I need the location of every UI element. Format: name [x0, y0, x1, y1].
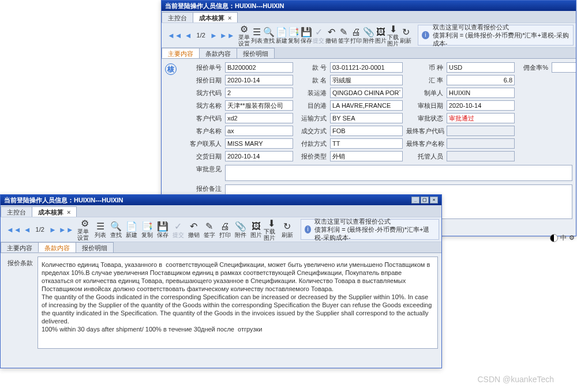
tab-cost-b[interactable]: 成本核算× [32, 206, 77, 217]
terms-pane: 报价条款 Количество единиц Товара, указанног… [1, 253, 441, 368]
tb-submit[interactable]: ✓提交 [313, 24, 325, 46]
close-icon[interactable]: × [228, 14, 231, 22]
nav-first[interactable]: ◄◄ [167, 31, 182, 40]
tb-menuset[interactable]: ⚙菜单设置 [238, 24, 251, 46]
maker[interactable] [447, 88, 515, 98]
download-icon: ⬇ [267, 218, 277, 228]
system-tray: 中 ⚙ [550, 233, 575, 242]
dest-port[interactable] [330, 100, 403, 111]
refresh-icon: ↻ [282, 221, 293, 232]
style-no[interactable] [330, 62, 403, 73]
tab-console[interactable]: 主控台 [162, 12, 193, 22]
tb-save[interactable]: 💾保存 [300, 24, 313, 46]
tb-refresh[interactable]: ↻刷新 [399, 24, 412, 46]
nav-last-b[interactable]: ►► [59, 225, 74, 234]
quote-no[interactable] [225, 62, 293, 73]
nav-next[interactable]: ► [210, 31, 218, 40]
gear-icon: ⚙ [80, 218, 90, 228]
final-cust-name[interactable] [447, 138, 515, 149]
subtabs-b: 主要内容 条款内容 报价明细 [1, 242, 441, 253]
terms-label: 报价条款 [4, 257, 33, 267]
tb-list-b[interactable]: ☰列表 [92, 218, 108, 240]
our-name[interactable] [225, 100, 293, 111]
quote-date[interactable] [225, 75, 293, 85]
tb-search-b[interactable]: 🔍查找 [108, 218, 123, 240]
tb-menuset-b[interactable]: ⚙菜单设置 [77, 218, 93, 240]
nav-prev[interactable]: ◄ [185, 31, 192, 40]
nav-first-b[interactable]: ◄◄ [6, 225, 21, 234]
tb-save-b[interactable]: 💾保存 [155, 218, 170, 240]
tb-download[interactable]: ⬇下载图片 [387, 24, 400, 46]
our-code[interactable] [225, 88, 293, 98]
formula-hint-b[interactable]: i 双击这里可以查看报价公式 债算利润 = (最终报价-外币费用)*汇率+退税-… [301, 219, 439, 240]
tb-sign-b[interactable]: ✎签字 [201, 218, 217, 240]
min-button[interactable]: _ [411, 197, 419, 203]
tb-search[interactable]: 🔍查找 [263, 24, 276, 46]
tray-lang[interactable]: 中 [560, 233, 567, 242]
tb-print-b[interactable]: 🖨打印 [217, 218, 233, 240]
tb-copy-b[interactable]: 📑复制 [139, 218, 155, 240]
terms-text[interactable]: Количество единиц Товара, указанного в с… [38, 257, 438, 349]
transport[interactable] [330, 113, 403, 123]
sign-icon: ✎ [339, 27, 349, 37]
copy-icon: 📑 [142, 221, 152, 232]
info-icon: i [305, 225, 311, 233]
max-button[interactable]: ▢ [421, 197, 429, 203]
nav-prev-b[interactable]: ◄ [24, 225, 31, 234]
pay-type[interactable] [330, 138, 403, 149]
cust-code[interactable] [225, 113, 293, 123]
image-icon: 🖼 [376, 27, 386, 37]
deal-type[interactable] [330, 126, 403, 136]
commission[interactable] [552, 62, 576, 73]
tb-submit-b[interactable]: ✓提交 [170, 218, 186, 240]
download-icon: ⬇ [388, 24, 399, 34]
deliver-date[interactable] [225, 151, 293, 161]
refresh-icon: ↻ [400, 27, 411, 37]
tb-print[interactable]: 🖨打印 [350, 24, 362, 46]
approve-badge: 核 [165, 63, 177, 75]
tb-image[interactable]: 🖼图片 [374, 24, 387, 46]
tab-console-b[interactable]: 主控台 [1, 206, 32, 217]
rate[interactable] [447, 75, 515, 85]
tab-cost[interactable]: 成本核算× [193, 12, 238, 22]
tb-copy[interactable]: 📑复制 [288, 24, 301, 46]
tb-attach-b[interactable]: 📎附件 [233, 218, 248, 240]
nav-page-b: 1/2 [36, 226, 44, 233]
subtab-terms[interactable]: 条款内容 [199, 48, 237, 58]
subtab-main[interactable]: 主要内容 [162, 48, 200, 58]
cust-name[interactable] [225, 126, 293, 136]
tb-new[interactable]: 📄新建 [275, 24, 288, 46]
tb-new-b[interactable]: 📄新建 [123, 218, 139, 240]
audit-opinion[interactable] [225, 165, 572, 181]
audit-status[interactable] [447, 113, 515, 123]
nav-next-b[interactable]: ► [49, 225, 57, 234]
host-person[interactable] [447, 151, 515, 161]
formula-hint[interactable]: i 双击这里可以查看报价公式 债算利润 = (最终报价-外币费用)*汇率+退税-… [418, 25, 574, 46]
list-icon: ☰ [252, 27, 262, 37]
tb-refresh-b[interactable]: ↻刷新 [279, 218, 295, 240]
subtab-detail[interactable]: 报价明细 [237, 48, 275, 58]
load-port[interactable] [330, 88, 403, 98]
close-icon[interactable]: × [67, 208, 70, 216]
tb-image-b[interactable]: 🖼图片 [248, 218, 264, 240]
tb-sign[interactable]: ✎签字 [338, 24, 350, 46]
tb-attach[interactable]: 📎附件 [362, 24, 375, 46]
nav-last[interactable]: ►► [220, 31, 235, 40]
currency[interactable] [447, 62, 515, 73]
subtab-terms-b[interactable]: 条款内容 [38, 242, 76, 252]
tb-undo-b[interactable]: ↶撤销 [186, 218, 201, 240]
tb-undo[interactable]: ↶撤销 [325, 24, 338, 46]
tb-list[interactable]: ☰列表 [250, 24, 263, 46]
tray-gear-icon: ⚙ [569, 234, 575, 242]
quote-type[interactable] [330, 151, 403, 161]
audit-date[interactable] [447, 100, 515, 111]
undo-icon: ↶ [326, 27, 336, 37]
info-icon: i [422, 31, 429, 39]
tb-download-b[interactable]: ⬇下载图片 [264, 218, 279, 240]
subtab-detail-b[interactable]: 报价明细 [76, 242, 114, 252]
contact[interactable] [225, 138, 293, 149]
close-button[interactable]: × [430, 197, 438, 203]
subtab-main-b[interactable]: 主要内容 [1, 242, 39, 252]
final-cust-code[interactable] [447, 126, 515, 136]
style-name[interactable] [330, 75, 403, 85]
